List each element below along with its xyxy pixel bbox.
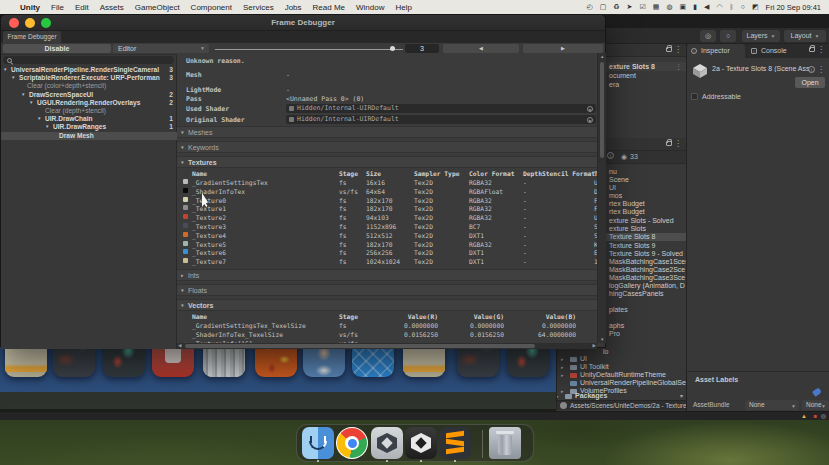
tab-inspector[interactable]: iInspector xyxy=(687,44,745,58)
kebab-menu-icon[interactable]: ⋮ xyxy=(817,45,825,54)
finder-dock-icon[interactable] xyxy=(302,427,334,459)
frame-event-row[interactable]: ▼UniversalRenderPipeline.RenderSingleCam… xyxy=(1,66,177,74)
disable-button[interactable]: Disable xyxy=(3,44,111,53)
chrome-dock-icon[interactable] xyxy=(336,427,368,459)
keyboard-icon[interactable]: ▦ xyxy=(653,3,660,11)
lock-icon[interactable] xyxy=(666,47,672,52)
section-floats[interactable]: ▼Floats xyxy=(177,284,597,296)
prev-event-button[interactable]: ◀ xyxy=(443,44,519,53)
frame-event-row[interactable]: ▼UGUI.Rendering.RenderOverlays2 xyxy=(1,99,177,107)
next-event-button[interactable]: ▶ xyxy=(523,44,603,53)
scroll-down-icon[interactable]: ▼ xyxy=(600,337,604,342)
addressable-row[interactable]: Addressable xyxy=(691,92,741,101)
frame-debugger-title-bar[interactable]: Frame Debugger xyxy=(1,15,605,31)
screen-record-icon[interactable]: ◴ xyxy=(587,3,593,11)
kebab-menu-icon[interactable]: ⋮ xyxy=(817,65,825,74)
bluetooth-icon[interactable]: ᛒ xyxy=(729,3,733,11)
shader-object-field[interactable]: Hidden/Internal-UIRDefault● xyxy=(286,104,596,113)
texture-row[interactable]: _Texture1fs182x170Tex2DRGBA32-F xyxy=(177,205,597,214)
frame-event-row[interactable]: Draw Mesh xyxy=(1,132,177,140)
kebab-menu-icon[interactable]: ⋮ xyxy=(674,45,682,54)
texture-row[interactable]: _GradientSettingsTexfs16x16Tex2DRGBA32-U xyxy=(177,179,597,188)
section-textures[interactable]: ▼Textures xyxy=(177,156,597,168)
texture-row[interactable]: _Texture0fs182x170Tex2DRGBA32-F xyxy=(177,197,597,206)
texture-row[interactable]: _Texture7fs1024x1024Tex2DDXT1-1 xyxy=(177,258,597,267)
trash-icon[interactable] xyxy=(489,427,521,459)
menu-unity[interactable]: Unity xyxy=(20,3,40,12)
info-filter-icon[interactable]: i xyxy=(607,152,614,159)
frame-event-row[interactable]: ▼UIR.DrawChain1 xyxy=(1,115,177,123)
section-vectors[interactable]: ▼Vectors xyxy=(177,299,597,311)
open-button[interactable]: Open xyxy=(795,77,825,88)
control-center-icon[interactable]: ◩ xyxy=(752,3,759,11)
kebab-menu-icon[interactable]: ⋮ xyxy=(674,139,682,148)
activity-icon[interactable]: ▲ xyxy=(801,413,807,420)
unity-dock-icon[interactable] xyxy=(405,427,437,459)
event-slider-thumb[interactable] xyxy=(390,46,395,51)
texture-row[interactable]: _Texture2fs94x103Tex2DRGBA32-U xyxy=(177,214,597,223)
frame-event-row[interactable]: Clear (color+depth+stencil) xyxy=(1,82,177,90)
event-number-field[interactable]: 3 xyxy=(405,44,439,53)
texture-row[interactable]: _ShaderInfoTexvs/fs64x64Tex2DRGBAFloat-D xyxy=(177,188,597,197)
shader-object-field[interactable]: Hidden/Internal-UIRDefault● xyxy=(286,115,596,124)
event-search-field[interactable] xyxy=(3,56,174,64)
scroll-left-icon[interactable]: ◀ xyxy=(178,343,181,348)
eye-icon[interactable]: ◉ xyxy=(621,153,627,161)
progress-icon[interactable]: ◎ xyxy=(821,413,826,420)
unity-hub-dock-icon[interactable] xyxy=(371,427,403,459)
scrollbar-thumb[interactable] xyxy=(185,344,535,348)
checkbox-app-icon[interactable]: ☑ xyxy=(639,3,645,11)
search-icon[interactable]: ○ xyxy=(741,3,745,11)
texture-row[interactable]: _Texture5fs182x170Tex2DRGBA32-K xyxy=(177,241,597,250)
addressable-checkbox[interactable] xyxy=(691,93,698,100)
menu-services[interactable]: Services xyxy=(243,3,274,12)
label-tag-icon[interactable] xyxy=(812,387,822,397)
frame-event-row[interactable]: Clear (depth+stencil) xyxy=(1,107,177,115)
vertical-scrollbar[interactable]: ▲ ▼ xyxy=(597,53,606,343)
lock-icon[interactable] xyxy=(666,141,672,146)
info-icon[interactable]: i xyxy=(808,66,815,73)
frame-event-row[interactable]: ▼ScriptableRenderer.Execute: URP-Perform… xyxy=(1,74,177,82)
frame-event-row[interactable]: ▼UIR.DrawRanges1 xyxy=(1,123,177,131)
texture-row[interactable]: _Texture3fs1152x896Tex2DBC7-S xyxy=(177,223,597,232)
menu-window[interactable]: Window xyxy=(356,3,384,12)
layers-dropdown[interactable]: Layers▼ xyxy=(742,30,780,42)
scroll-up-icon[interactable]: ▲ xyxy=(600,54,604,59)
menu-edit[interactable]: Edit xyxy=(75,3,89,12)
layout-dropdown[interactable]: Layout▼ xyxy=(784,30,826,42)
vector-row[interactable]: _ShaderInfoTex_TexelSizevs/fs0.01562500.… xyxy=(177,331,597,340)
menu-gameobject[interactable]: GameObject xyxy=(135,3,180,12)
globe-icon[interactable]: ◍ xyxy=(666,3,672,11)
frame-event-row[interactable]: ▼DrawScreenSpaceUI2 xyxy=(1,91,177,99)
target-dropdown[interactable]: Editor▼ xyxy=(113,44,209,53)
lock-icon[interactable] xyxy=(809,47,815,52)
event-slider[interactable] xyxy=(215,49,403,50)
error-icon[interactable]: ■ xyxy=(813,413,817,420)
account-icon[interactable]: ◎ xyxy=(700,30,716,42)
shell-icon[interactable]: ➤ xyxy=(627,3,633,11)
section-ints[interactable]: ▶Ints xyxy=(177,269,597,281)
tab-console[interactable]: ≡Console xyxy=(747,44,803,58)
menu-file[interactable]: File xyxy=(51,3,64,12)
menu-help[interactable]: Help xyxy=(395,3,411,12)
assetbundle-dropdown[interactable]: None▼ xyxy=(745,400,799,410)
texture-row[interactable]: _Texture4fs512x512Tex2DDXT1-S xyxy=(177,232,597,241)
menu-assets[interactable]: Assets xyxy=(100,3,124,12)
menu-bar-clock[interactable]: Fri 20 Sep 09:41 xyxy=(766,3,821,12)
menu-component[interactable]: Component xyxy=(191,3,232,12)
vector-row[interactable]: _GradientSettingsTex_TexelSizefs0.000000… xyxy=(177,322,597,331)
battery-icon[interactable]: ▮ xyxy=(693,3,697,11)
tab-frame-debugger[interactable]: Frame Debugger xyxy=(3,31,61,43)
assetbundle-variant-dropdown[interactable]: None▼ xyxy=(802,400,829,410)
recycle-icon[interactable]: ♻ xyxy=(613,3,619,11)
search-toolbar-icon[interactable]: ○ xyxy=(720,30,736,42)
wifi-icon[interactable]: ◠ xyxy=(716,3,722,11)
scroll-right-icon[interactable]: ▶ xyxy=(593,343,596,348)
sublime-dock-icon[interactable] xyxy=(439,427,471,459)
scrollbar-thumb[interactable] xyxy=(600,62,604,158)
window-app-icon[interactable]: ▣ xyxy=(680,3,687,11)
volume-icon[interactable]: ◀ xyxy=(704,3,709,11)
horizontal-scrollbar[interactable]: ◀ ▶ xyxy=(177,343,597,349)
texture-row[interactable]: _Texture6fs256x256Tex2DDXT1-E xyxy=(177,249,597,258)
menu-jobs[interactable]: Jobs xyxy=(285,3,302,12)
